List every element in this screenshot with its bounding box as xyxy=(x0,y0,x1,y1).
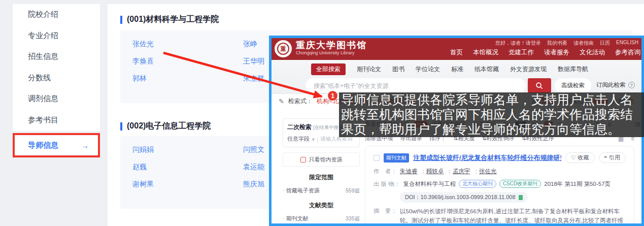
cite-label: 引用 xyxy=(609,154,620,162)
collect-button[interactable]: ♡ 收藏 xyxy=(565,152,595,163)
section-title: (002)电子信息工程学院 xyxy=(127,121,211,132)
sidebar-item-label: 参考书目 xyxy=(28,115,58,125)
sidebar-item-mentor-info-highlighted[interactable]: 导师信息 → xyxy=(13,133,100,157)
teacher-link[interactable]: 张佐光 xyxy=(132,40,243,49)
tab-paper-holdings[interactable]: 纸本馆藏 xyxy=(474,65,499,74)
abstract-label: 摘 要： xyxy=(374,207,397,226)
teacher-link[interactable]: 谢树果 xyxy=(132,180,243,189)
abstract-row: 摘 要： 以50wt%的长玻纤增强尼龙66为原料,通过注塑工艺,制备了复合材料平… xyxy=(374,207,626,226)
section-accent-bar xyxy=(120,16,122,24)
page: 院校介绍 专业介绍 招生信息 分数线 调剂信息 参考书目 导师信息 → (001… xyxy=(0,0,644,226)
pen-icon: ✎ xyxy=(279,98,284,105)
abstract-text: 以50wt%的长玻纤增强尼龙66为原料,通过注塑工艺,制备了复合材料平板和复合材… xyxy=(400,207,626,226)
publication-label: 出 版 物： xyxy=(374,180,400,188)
tab-database-nav[interactable]: 数据库导航 xyxy=(558,65,588,74)
topbar-link-my-study[interactable]: 我的书斋 xyxy=(547,40,567,47)
cite-button[interactable]: “ 引用 xyxy=(599,152,626,163)
nav-culture[interactable]: 文化活动 xyxy=(580,48,605,57)
filter-group-title-doctype: 文献类型 xyxy=(283,201,360,210)
author-link[interactable]: 朱迪睿 xyxy=(400,168,418,175)
arrow-right-icon: → xyxy=(81,141,89,150)
sidebar-item-college-intro[interactable]: 院校介绍 xyxy=(13,4,100,25)
filter-item-journal[interactable]: 期刊文献 335篇 xyxy=(283,215,360,222)
filter-label: 馆藏电子资源 xyxy=(283,187,320,195)
author-link[interactable]: 张佐光 xyxy=(473,168,497,175)
topbar-link-english[interactable]: ENGLISH xyxy=(616,40,638,47)
library-nav: 首页 本馆概况 党建工作 读者服务 文化活动 参考咨询 xyxy=(450,48,640,57)
library-topbar: 您好，读者！请登录 我的书斋 读者指南 日历 ENGLISH xyxy=(495,40,638,47)
sidebar-item-label: 专业介绍 xyxy=(28,31,58,41)
search-input[interactable] xyxy=(306,78,526,93)
tab-journal-papers[interactable]: 期刊论文 xyxy=(357,65,381,74)
author-link[interactable]: 顾轶卓 xyxy=(421,168,444,175)
sidebar-item-reference-books[interactable]: 参考书目 xyxy=(13,110,100,131)
teacher-link[interactable]: 李焕喜 xyxy=(132,57,243,66)
search-icon xyxy=(535,82,544,90)
filter-label: 期刊文献 xyxy=(283,215,309,222)
tab-standards[interactable]: 标准 xyxy=(451,65,463,74)
tab-books[interactable]: 图书 xyxy=(392,65,404,74)
library-name: 重庆大学图书馆 xyxy=(296,40,367,50)
author-link[interactable]: 孟庆宇 xyxy=(447,168,470,175)
teacher-link[interactable]: 赵巍 xyxy=(132,163,243,172)
section-title: (001)材料科学与工程学院 xyxy=(127,14,219,25)
nav-about[interactable]: 本馆概况 xyxy=(473,48,498,57)
nav-reader-service[interactable]: 读者服务 xyxy=(544,48,569,57)
teacher-link[interactable]: 郭林 xyxy=(132,74,243,83)
publication-name[interactable]: 复合材料科学与工程 xyxy=(403,180,456,188)
checkbox-icon[interactable] xyxy=(300,157,306,163)
topbar-link-reader-guide[interactable]: 读者指南 xyxy=(573,40,594,47)
nav-party[interactable]: 党建工作 xyxy=(509,48,534,57)
sidebar-item-admission-info[interactable]: 招生信息 xyxy=(13,46,100,68)
only-local-checkbox-row[interactable]: 只看馆内资源 xyxy=(283,152,360,167)
library-header: 重 重庆大学图书馆 Chongqing University Library 您… xyxy=(272,38,641,60)
filter-item-eresource[interactable]: 馆藏电子资源 559篇 xyxy=(283,187,360,195)
greeting-login-link[interactable]: 您好，读者！请登录 xyxy=(495,40,541,47)
filter-count: 559篇 xyxy=(346,187,360,195)
search-section: 全部搜索 期刊论文 图书 学位论文 标准 纸本馆藏 外文资源发现 数据库导航 高… xyxy=(272,60,641,94)
chevron-down-icon: ∨ xyxy=(312,137,315,142)
filter-group-title-scope: 限定范围 xyxy=(283,173,360,182)
tab-all-search[interactable]: 全部搜索 xyxy=(311,63,346,75)
search-tabs: 全部搜索 期刊论文 图书 学位论文 标准 纸本馆藏 外文资源发现 数据库导航 xyxy=(311,63,588,75)
collect-label: 收藏 xyxy=(578,154,589,162)
heart-icon: ♡ xyxy=(571,154,576,161)
tab-theses[interactable]: 学位论文 xyxy=(416,65,440,74)
secondary-search-label: 二次检索 xyxy=(287,123,312,131)
authors-row: 作 者： 朱迪睿 顾轶卓 孟庆宇 张佐光 xyxy=(374,168,626,175)
quote-icon: “ xyxy=(604,155,607,161)
query-label: 检索式： xyxy=(288,97,313,106)
sidebar-item-major-intro[interactable]: 专业介绍 xyxy=(13,25,100,47)
sidebar-item-label: 分数线 xyxy=(28,73,51,83)
nav-home[interactable]: 首页 xyxy=(450,48,463,57)
doi-text: DOI：10.3969/j.issn.1003-0999.2018.11.008 xyxy=(405,193,516,201)
result-title-link[interactable]: 注塑成型长玻纤/尼龙复合材料车轮纤维分布规律研究 xyxy=(413,153,561,163)
section-header-002: (002)电子信息工程学院 xyxy=(120,121,211,132)
nav-reference[interactable]: 参考咨询 xyxy=(615,48,640,57)
subscribe-search-link[interactable]: 订阅此检索 ? xyxy=(596,81,635,89)
sidebar-item-label: 导师信息 xyxy=(28,141,58,150)
teacher-link[interactable]: 闫娟娟 xyxy=(132,145,243,154)
sidebar-item-label: 院校介绍 xyxy=(28,10,58,19)
result-card: 期刊文献 注塑成型长玻纤/尼龙复合材料车轮纤维分布规律研究 ♡ 收藏 “ 引用 … xyxy=(365,146,634,226)
field-divider: | xyxy=(317,136,319,142)
publication-issue-info: 2018年 第11期 第50-57页 xyxy=(544,180,611,188)
library-seal-icon: 重 xyxy=(277,43,289,55)
abstract-body: 以50wt%的长玻纤增强尼龙66为原料,通过注塑工艺,制备了复合材料平板和复合材… xyxy=(400,208,623,226)
topbar-link-calendar[interactable]: 日历 xyxy=(600,40,610,47)
advanced-search-button[interactable]: 高级检索 xyxy=(555,78,591,93)
result-title-row: 期刊文献 注塑成型长玻纤/尼龙复合材料车轮纤维分布规律研究 ♡ 收藏 “ 引用 xyxy=(374,152,626,163)
sidebar-item-label: 招生信息 xyxy=(28,52,58,61)
library-name-en: Chongqing University Library xyxy=(296,50,367,55)
help-icon[interactable]: ? xyxy=(628,82,635,88)
filter-count: 335篇 xyxy=(346,215,360,222)
sidebar-item-score-line[interactable]: 分数线 xyxy=(13,68,100,89)
authors-label: 作 者： xyxy=(374,168,397,175)
fulltext-doc-icon[interactable] xyxy=(519,195,523,200)
search-button[interactable] xyxy=(528,78,551,93)
result-checkbox[interactable] xyxy=(374,155,380,161)
sidebar-item-adjustment-info[interactable]: 调剂信息 xyxy=(13,88,100,110)
field-select[interactable]: 任意字段 xyxy=(287,135,310,143)
tab-foreign-discovery[interactable]: 外文资源发现 xyxy=(510,65,547,74)
doi-pill: DOI：10.3969/j.issn.1003-0999.2018.11.008 xyxy=(400,192,528,203)
